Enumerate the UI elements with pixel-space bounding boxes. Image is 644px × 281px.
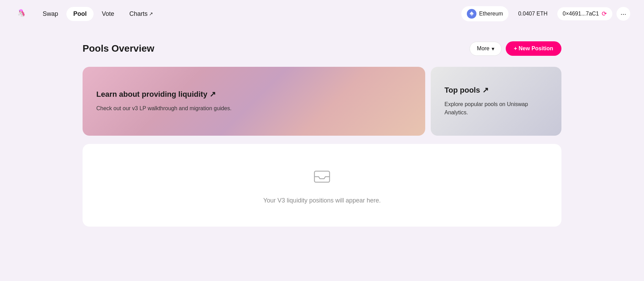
uniswap-logo[interactable]: 🦄 [14,6,29,21]
address-text: 0×4691...7aC1 [563,11,599,17]
main-content: Pools Overview More ▾ + New Position Lea… [0,28,644,240]
main-nav: Swap Pool Vote Charts↗ [36,7,160,21]
nav-swap[interactable]: Swap [36,7,65,21]
new-position-button[interactable]: + New Position [506,41,561,56]
ethereum-icon [467,9,476,19]
more-options-button[interactable]: ··· [616,7,630,21]
network-selector[interactable]: Ethereum [461,6,508,21]
cards-row: Learn about providing liquidity ↗ Check … [83,67,561,136]
empty-positions-text: Your V3 liquidity positions will appear … [263,196,381,205]
header: 🦄 Swap Pool Vote Charts↗ Ethereum [0,0,644,28]
header-left: 🦄 Swap Pool Vote Charts↗ [14,6,160,21]
top-pools-title: Top pools ↗ [444,86,548,95]
page-header: Pools Overview More ▾ + New Position [83,41,561,56]
learn-liquidity-desc: Check out our v3 LP walkthrough and migr… [96,104,411,113]
page-actions: More ▾ + New Position [470,41,561,56]
refresh-icon: ⟳ [602,10,607,18]
svg-text:🦄: 🦄 [18,10,25,17]
top-pools-desc: Explore popular pools on Uniswap Analyti… [444,100,548,117]
external-link-icon: ↗ [149,11,153,17]
more-button[interactable]: More ▾ [470,42,501,56]
nav-charts[interactable]: Charts↗ [122,7,160,21]
eth-balance: 0.0407 ETH [513,8,553,20]
page-title: Pools Overview [83,43,154,54]
header-right: Ethereum 0.0407 ETH 0×4691...7aC1 ⟳ ··· [461,6,630,21]
nav-vote[interactable]: Vote [95,7,121,21]
learn-liquidity-title: Learn about providing liquidity ↗ [96,90,411,99]
positions-card: Your V3 liquidity positions will appear … [83,144,561,227]
wallet-address-button[interactable]: 0×4691...7aC1 ⟳ [557,7,612,20]
top-pools-card[interactable]: Top pools ↗ Explore popular pools on Uni… [431,67,561,136]
nav-pool[interactable]: Pool [66,7,94,21]
chevron-down-icon: ▾ [492,45,494,52]
network-label: Ethereum [479,11,503,17]
inbox-icon [312,166,332,188]
learn-liquidity-card[interactable]: Learn about providing liquidity ↗ Check … [83,67,425,136]
